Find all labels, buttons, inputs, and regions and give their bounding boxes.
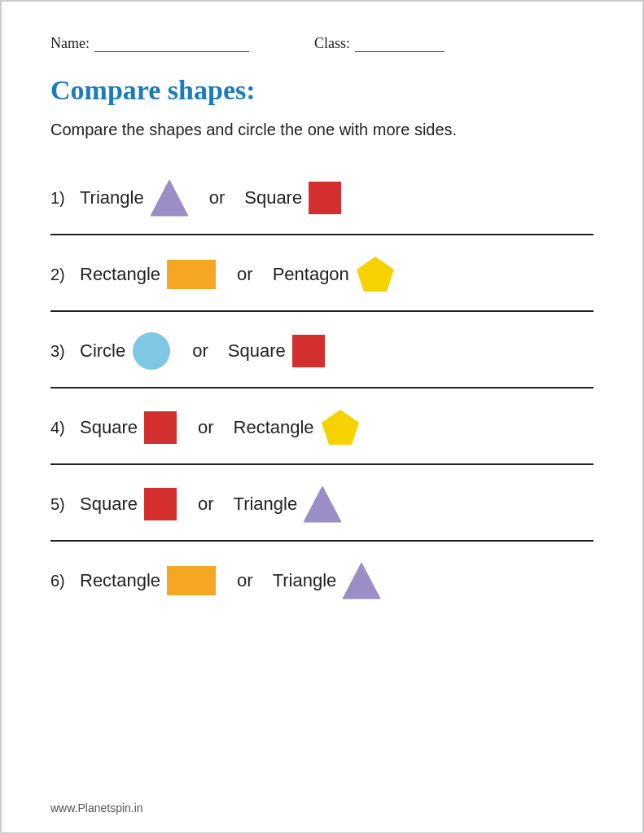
left-shape-3 [130, 330, 173, 372]
problem-num-6: 6) [50, 572, 80, 590]
worksheet-page: Name: Class: Compare shapes: Compare the… [0, 0, 644, 834]
svg-rect-5 [292, 335, 325, 367]
right-shape-2 [354, 254, 396, 295]
header-row: Name: Class: [50, 34, 594, 52]
right-shape-1 [307, 180, 343, 216]
svg-point-4 [133, 332, 170, 370]
left-shape-4 [142, 410, 178, 446]
svg-rect-8 [144, 488, 177, 520]
svg-marker-11 [343, 563, 380, 599]
svg-marker-0 [151, 180, 188, 216]
left-shape-group-3: Circle [80, 330, 173, 372]
right-label-6: Triangle [273, 570, 337, 591]
left-shape-6 [165, 564, 217, 597]
right-shape-group-3: Square [228, 333, 326, 369]
class-label: Class: [314, 35, 350, 52]
svg-marker-9 [304, 486, 341, 522]
problem-row-4: 4) Square or Rectangle [50, 393, 594, 459]
right-shape-group-2: Pentagon [273, 254, 396, 295]
name-field: Name: [50, 34, 249, 52]
page-title: Compare shapes: [50, 75, 594, 106]
left-shape-group-6: Rectangle [80, 564, 217, 597]
or-text-4: or [198, 417, 214, 438]
right-label-5: Triangle [234, 494, 298, 515]
right-label-2: Pentagon [273, 264, 349, 285]
problem-num-3: 3) [50, 342, 80, 361]
or-text-1: or [209, 187, 226, 208]
or-text-6: or [237, 570, 253, 591]
problem-num-2: 2) [50, 266, 80, 284]
svg-rect-1 [309, 182, 341, 214]
problem-row-5: 5) Square or Triangle [50, 470, 594, 535]
problem-row-1: 1) Triangle or Square [50, 164, 594, 229]
left-label-5: Square [80, 494, 138, 515]
right-shape-group-6: Triangle [273, 560, 383, 602]
problem-row-3: 3) Circle or Square [50, 317, 594, 382]
svg-rect-2 [167, 260, 216, 289]
divider-5 [50, 540, 594, 542]
left-shape-group-4: Square [80, 410, 178, 446]
problems-container: 1) Triangle or Square 2) Rectangle [50, 164, 594, 612]
left-label-4: Square [80, 417, 138, 438]
right-shape-group-5: Triangle [234, 483, 344, 525]
left-label-6: Rectangle [80, 570, 160, 591]
divider-2 [50, 310, 594, 312]
right-label-4: Rectangle [234, 417, 314, 438]
divider-1 [50, 234, 594, 235]
class-underline [355, 34, 445, 52]
or-text-2: or [237, 264, 253, 285]
or-text-3: or [192, 340, 208, 362]
right-shape-5 [302, 483, 343, 525]
name-underline [94, 34, 249, 52]
divider-3 [50, 387, 594, 388]
instructions-text: Compare the shapes and circle the one wi… [50, 121, 594, 139]
left-shape-5 [142, 486, 178, 522]
left-shape-group-1: Triangle [80, 177, 190, 219]
svg-marker-3 [357, 257, 394, 292]
problem-num-1: 1) [50, 189, 80, 208]
right-shape-group-4: Rectangle [234, 407, 361, 448]
right-shape-6 [341, 560, 382, 602]
left-label-3: Circle [80, 340, 125, 362]
right-label-1: Square [244, 187, 302, 208]
left-label-2: Rectangle [80, 264, 160, 285]
left-shape-group-2: Rectangle [80, 258, 217, 291]
problem-num-5: 5) [50, 495, 80, 514]
right-shape-3 [291, 333, 326, 369]
or-text-5: or [198, 494, 214, 515]
svg-marker-7 [322, 410, 359, 445]
problem-row-6: 6) Rectangle or Triangle [50, 546, 594, 612]
problem-row-2: 2) Rectangle or Pentagon [50, 240, 594, 305]
divider-4 [50, 463, 594, 465]
left-shape-2 [165, 258, 217, 291]
right-label-3: Square [228, 340, 286, 362]
class-field: Class: [314, 34, 445, 52]
problem-num-4: 4) [50, 419, 80, 437]
left-shape-group-5: Square [80, 486, 178, 522]
left-label-1: Triangle [80, 187, 144, 208]
left-shape-1 [149, 177, 190, 219]
footer-text: www.Planetspin.in [50, 801, 143, 814]
svg-rect-10 [167, 566, 216, 595]
name-label: Name: [50, 35, 90, 52]
right-shape-4 [319, 407, 361, 448]
right-shape-group-1: Square [244, 180, 343, 216]
svg-rect-6 [144, 411, 177, 444]
